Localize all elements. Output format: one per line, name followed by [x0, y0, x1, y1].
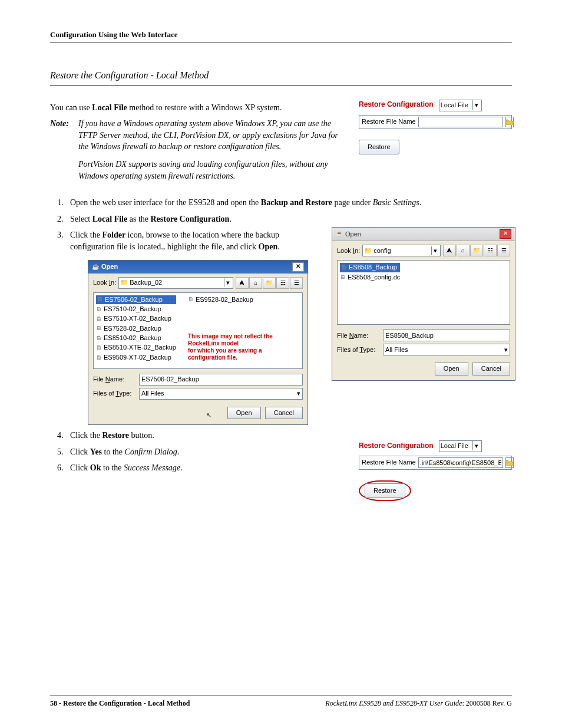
- cancel-button[interactable]: Cancel: [265, 407, 303, 419]
- chevron-down-icon[interactable]: ▾: [472, 441, 480, 450]
- new-folder-icon[interactable]: 📁: [470, 245, 483, 256]
- step-1: Open the web user interface for the ES95…: [65, 197, 512, 209]
- list-view-icon[interactable]: ☷: [276, 277, 289, 289]
- page-footer: 58 - Restore the Configuration - Local M…: [50, 696, 512, 709]
- open-button[interactable]: Open: [227, 407, 261, 419]
- steps-list: Open the web user interface for the ES95…: [50, 197, 512, 474]
- file-icon: 🗎: [96, 334, 102, 342]
- note-label: Note:: [50, 118, 78, 187]
- filename-input[interactable]: ES7506-02_Backup: [139, 374, 303, 386]
- file-list[interactable]: 🗎ES8508_Backup 🗎ES8508_config.dc: [337, 260, 510, 325]
- restore-config-panel-empty: Restore Configuration Local File ▾ Resto…: [359, 100, 512, 154]
- step-3: ☕ Open ✕ Look In: 📁config ▾ ⮝ ⌂ 📁 ☷ ☰: [65, 229, 512, 425]
- restore-button[interactable]: Restore: [359, 140, 399, 154]
- restore-config-panel-filled: Restore Configuration Local File ▾ Resto…: [359, 440, 512, 501]
- file-icon: 🗎: [96, 354, 102, 362]
- folder-icon: 📁: [364, 247, 372, 254]
- note-paragraph-1: If you have a Windows operating system a…: [78, 118, 347, 153]
- file-icon: 🗎: [96, 315, 102, 323]
- file-icon: 🗎: [340, 273, 346, 281]
- list-item[interactable]: 🗎ES7528-02_Backup: [96, 324, 176, 333]
- lookin-label: Look In:: [93, 278, 116, 287]
- file-icon: 🗎: [96, 344, 102, 352]
- close-icon[interactable]: ✕: [500, 229, 511, 239]
- filetype-combo[interactable]: All Files▾: [383, 344, 510, 355]
- up-folder-icon[interactable]: ⮝: [236, 277, 249, 289]
- open-dialog-1: ☕ Open ✕ Look In: 📁Backup_02 ▾ ⮝ ⌂ 📁 ☷ ☰: [88, 260, 308, 426]
- step-5: Restore Configuration Local File ▾ Resto…: [65, 446, 512, 458]
- up-folder-icon[interactable]: ⮝: [443, 245, 456, 256]
- open-button[interactable]: Open: [435, 363, 468, 375]
- lookin-combo[interactable]: 📁config ▾: [362, 245, 441, 256]
- list-item[interactable]: 🗎ES8508_Backup: [340, 263, 400, 272]
- file-icon: 🗎: [341, 263, 347, 272]
- home-icon[interactable]: ⌂: [249, 277, 262, 289]
- list-item[interactable]: 🗎ES9509-XT-02_Backup: [96, 353, 176, 362]
- filetype-label: Files of Type:: [93, 389, 135, 398]
- file-icon: 🗎: [96, 324, 102, 332]
- file-icon: 🗎: [96, 305, 102, 314]
- folder-icon: 📁: [120, 279, 128, 286]
- filename-input[interactable]: ES8508_Backup: [383, 330, 510, 341]
- chevron-down-icon[interactable]: ▾: [431, 246, 439, 255]
- java-icon: ☕: [336, 230, 343, 238]
- note-paragraph-2: PortVision DX supports saving and loadin…: [78, 159, 347, 182]
- page-number: 58: [50, 699, 57, 707]
- filename-label: File Name:: [93, 375, 135, 384]
- open-dialog-2: ☕ Open ✕ Look In: 📁config ▾ ⮝ ⌂ 📁 ☷ ☰: [332, 227, 515, 380]
- java-icon: ☕: [92, 263, 99, 271]
- chevron-down-icon[interactable]: ▾: [224, 278, 232, 287]
- folder-icon[interactable]: [505, 117, 514, 127]
- dialog-note: This image may not reflect the RocketLin…: [188, 333, 282, 361]
- filetype-label: Files of Type:: [337, 345, 379, 354]
- lookin-combo[interactable]: 📁Backup_02 ▾: [118, 277, 233, 289]
- filename-label: File Name:: [337, 331, 379, 340]
- restore-config-method-value: Local File: [441, 101, 468, 108]
- file-icon: 🗎: [188, 295, 194, 304]
- restore-file-input[interactable]: [418, 457, 503, 468]
- lookin-label: Look In:: [337, 246, 360, 255]
- footer-title: Restore the Configuration - Local Method: [63, 699, 190, 707]
- file-list[interactable]: 🗎ES7506-02_Backup 🗎ES7510-02_Backup 🗎ES7…: [93, 292, 303, 369]
- step-2: Select Local File as the Restore Configu…: [65, 213, 512, 225]
- restore-config-method-value: Local File: [441, 442, 468, 449]
- restore-file-label: Restore File Name: [362, 458, 416, 467]
- list-item[interactable]: 🗎ES8510-XTE-02_Backup: [96, 343, 176, 352]
- restore-config-title: Restore Configuration: [359, 100, 434, 110]
- section-title: Restore the Configuration - Local Method: [50, 69, 512, 85]
- dialog1-title: Open: [101, 262, 118, 271]
- restore-config-title: Restore Configuration: [359, 441, 434, 451]
- list-item[interactable]: 🗎ES9528-02_Backup: [188, 295, 282, 304]
- restore-file-label: Restore File Name: [362, 117, 416, 126]
- chevron-down-icon[interactable]: ▾: [297, 389, 300, 398]
- list-item[interactable]: 🗎ES8510-02_Backup: [96, 334, 176, 342]
- list-item[interactable]: 🗎ES7506-02_Backup: [96, 295, 176, 304]
- list-item[interactable]: 🗎ES7510-XT-02_Backup: [96, 314, 176, 323]
- folder-icon[interactable]: [505, 457, 514, 468]
- list-view-icon[interactable]: ☷: [484, 245, 497, 256]
- restore-config-method-select[interactable]: Local File ▾: [439, 100, 482, 111]
- filetype-combo[interactable]: All Files▾: [139, 388, 303, 400]
- note-block: Note: If you have a Windows operating sy…: [50, 118, 347, 187]
- new-folder-icon[interactable]: 📁: [263, 277, 276, 289]
- file-icon: 🗎: [97, 295, 103, 304]
- home-icon[interactable]: ⌂: [457, 245, 470, 256]
- footer-doc-title: RocketLinx ES9528 and ES9528-XT User Gui…: [325, 699, 462, 707]
- cancel-button[interactable]: Cancel: [472, 363, 510, 375]
- footer-rev: : 2000508 Rev. G: [462, 699, 512, 707]
- page-header: Configuration Using the Web Interface: [50, 29, 512, 42]
- close-icon[interactable]: ✕: [292, 262, 304, 272]
- restore-config-method-select[interactable]: Local File ▾: [439, 440, 482, 452]
- list-item[interactable]: 🗎ES7510-02_Backup: [96, 305, 176, 314]
- chevron-down-icon[interactable]: ▾: [472, 100, 480, 110]
- list-item[interactable]: 🗎ES8508_config.dc: [340, 273, 400, 282]
- restore-file-input[interactable]: [418, 117, 503, 127]
- restore-button-highlighted[interactable]: Restore: [359, 480, 411, 501]
- chevron-down-icon[interactable]: ▾: [504, 345, 508, 354]
- details-view-icon[interactable]: ☰: [290, 277, 303, 289]
- dialog2-title: Open: [345, 230, 361, 239]
- details-view-icon[interactable]: ☰: [497, 245, 510, 256]
